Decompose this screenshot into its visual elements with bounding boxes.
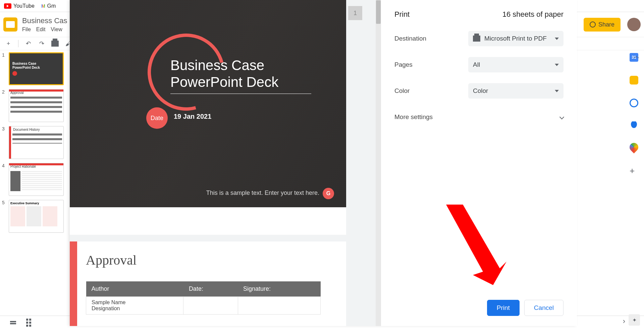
add-addon-icon[interactable]: + (630, 166, 638, 174)
destination-dropdown[interactable]: Microsoft Print to PDF (468, 31, 564, 46)
page2-heading: Approval (70, 241, 346, 268)
slide-title: Business Case PowerPoint Deck (170, 57, 311, 94)
google-sidebar: 31 + (624, 50, 644, 174)
youtube-icon (4, 3, 11, 9)
print-title: Print (394, 10, 410, 19)
menu-view[interactable]: View (51, 26, 62, 33)
slides-logo-icon[interactable] (3, 17, 17, 32)
chevron-down-icon (559, 115, 564, 119)
explore-button[interactable]: ✦ (629, 314, 640, 326)
color-dropdown[interactable]: Color (468, 83, 564, 99)
color-value: Color (473, 87, 488, 95)
sample-text: This is a sample text. Enter your text h… (206, 189, 319, 197)
thumbnail-row[interactable]: 3 Document History (0, 124, 70, 161)
share-label: Share (598, 21, 614, 28)
col-date: Date: (183, 281, 238, 297)
print-button[interactable]: Print (487, 300, 520, 316)
preview-page-1: Business Case PowerPoint Deck Date 19 Ja… (70, 0, 346, 235)
redo-button[interactable]: ↷ (38, 40, 45, 47)
thumbnail-5[interactable]: Executive Summary (9, 200, 64, 233)
cancel-button[interactable]: Cancel (524, 300, 564, 316)
g-badge-icon: G (323, 188, 334, 199)
menu-edit[interactable]: Edit (36, 26, 46, 33)
cell-signature (238, 297, 321, 315)
thumbnail-row[interactable]: 1 Business Case PowerPoint Deck (0, 50, 70, 87)
preview-scrollbar[interactable] (376, 0, 381, 326)
print-dialog: 1 Business Case PowerPoint Deck Date 19 … (70, 0, 577, 326)
print-button[interactable] (51, 40, 59, 47)
bookmark-youtube[interactable]: YouTube (4, 3, 35, 9)
cell-author: Sample Name Designation (86, 297, 183, 315)
thumbnail-row[interactable]: 4 Project Rationale (0, 161, 70, 198)
date-badge: Date (146, 107, 168, 129)
gmail-icon: M (41, 3, 45, 9)
printer-icon (473, 36, 480, 42)
pages-label: Pages (394, 61, 468, 68)
chevron-down-icon (555, 64, 559, 66)
contacts-icon[interactable] (631, 121, 637, 129)
slide-thumbnails: 1 Business Case PowerPoint Deck 2 Approv… (0, 50, 70, 316)
share-icon (590, 21, 596, 28)
chevron-right-icon[interactable]: › (623, 317, 625, 326)
date-badge-icon (12, 71, 17, 76)
thumbnail-3[interactable]: Document History (9, 126, 64, 159)
tasks-icon[interactable] (630, 99, 638, 107)
chevron-down-icon (555, 90, 559, 92)
thumbnail-1[interactable]: Business Case PowerPoint Deck (9, 52, 64, 85)
date-value: 19 Jan 2021 (174, 113, 211, 120)
thumbnail-4[interactable]: Project Rationale (9, 163, 64, 196)
keep-icon[interactable] (630, 76, 638, 85)
user-avatar[interactable] (627, 18, 641, 31)
color-label: Color (394, 87, 468, 95)
approval-table: Author Date: Signature: Sample Name Desi… (86, 281, 321, 315)
undo-button[interactable]: ↶ (24, 40, 32, 47)
document-title[interactable]: Business Cas (22, 16, 67, 25)
sheets-info: 16 sheets of paper (502, 10, 564, 19)
pages-dropdown[interactable]: All (468, 57, 564, 72)
thumbnail-2[interactable]: Approval (9, 89, 64, 122)
collapse-sidebar-icon[interactable]: ︿ (633, 52, 640, 61)
thumbnail-row[interactable]: 5 Executive Summary (0, 198, 70, 235)
print-preview-pane[interactable]: 1 Business Case PowerPoint Deck Date 19 … (70, 0, 381, 326)
preview-page-2: Approval Author Date: Signature: Sample … (70, 241, 346, 326)
page-number-badge: 1 (348, 6, 362, 20)
thumbnail-row[interactable]: 2 Approval (0, 87, 70, 124)
maps-icon[interactable] (628, 141, 640, 154)
col-author: Author (86, 281, 183, 297)
col-signature: Signature: (238, 281, 321, 297)
destination-label: Destination (394, 35, 468, 42)
bookmark-gmail[interactable]: M Gm (41, 3, 56, 9)
more-settings-label: More settings (394, 113, 433, 121)
print-settings-pane: Print 16 sheets of paper Destination Mic… (381, 0, 577, 326)
chevron-down-icon (555, 38, 559, 40)
destination-value: Microsoft Print to PDF (484, 35, 547, 42)
slide-content: Business Case PowerPoint Deck Date 19 Ja… (70, 0, 346, 207)
red-sidebar-decoration (70, 241, 77, 326)
menu-file[interactable]: File (22, 26, 31, 33)
cell-date (183, 297, 238, 315)
bookmark-label: YouTube (13, 3, 35, 9)
new-slide-button[interactable]: + (5, 40, 12, 47)
grid-view-icon[interactable] (26, 319, 33, 327)
more-settings-toggle[interactable]: More settings (394, 109, 564, 125)
filmstrip-view-icon[interactable] (10, 321, 16, 324)
bookmark-label: Gm (47, 3, 56, 9)
share-button[interactable]: Share (584, 18, 621, 32)
pages-value: All (473, 61, 480, 68)
